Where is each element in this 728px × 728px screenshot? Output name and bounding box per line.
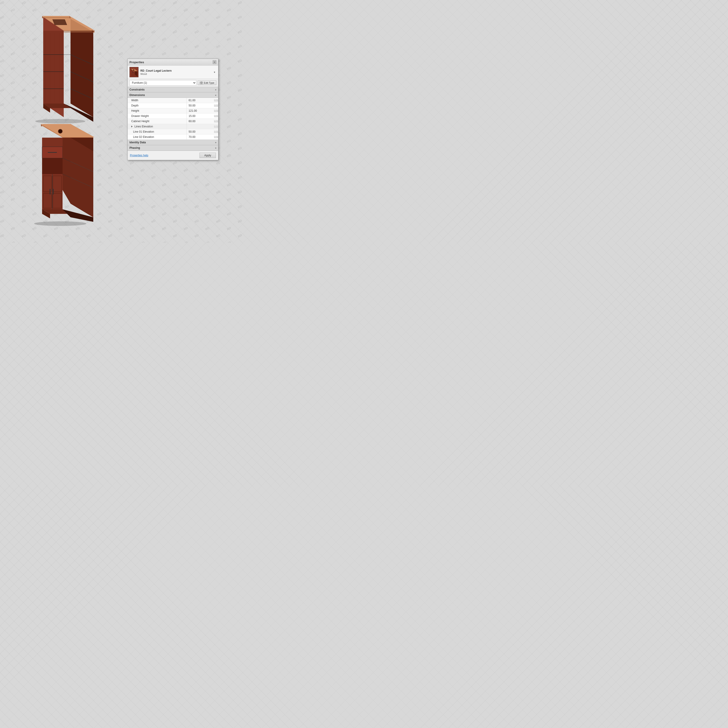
item-name: RD_Court Legal Lectern — [141, 69, 211, 73]
dimensions-label: Dimensions — [130, 93, 145, 97]
expand-icon — [131, 125, 133, 127]
svg-marker-45 — [63, 138, 93, 217]
properties-panel: Properties × RD_Court Legal Lectern Wood… — [127, 59, 219, 160]
panel-title: Properties — [130, 61, 144, 64]
cabinet-height-button[interactable]: ⬜ — [214, 120, 218, 122]
svg-marker-28 — [41, 124, 95, 137]
drawer-height-label: Drawer Height — [128, 113, 187, 119]
section-constraints[interactable]: Constraints » — [128, 87, 218, 92]
svg-rect-59 — [200, 81, 201, 83]
phasing-label: Phasing — [130, 146, 140, 150]
depth-value: 50.00 — [187, 103, 214, 108]
line01-button[interactable]: ⬜ — [214, 131, 218, 133]
item-icon — [130, 67, 139, 77]
panel-dropdown-arrow[interactable]: ▼ — [213, 70, 216, 74]
edit-type-label: Edit Type — [204, 81, 214, 84]
property-row-width: Width 61.00 ⬜ — [128, 98, 218, 103]
cabinet-height-label: Cabinet Height — [128, 119, 187, 124]
svg-rect-61 — [200, 83, 201, 84]
line01-value: 50.00 — [187, 129, 214, 134]
dimensions-collapse-icon: « — [215, 94, 216, 96]
height-label: Height — [128, 108, 187, 113]
lines-elevation-button[interactable]: ⬜ — [214, 125, 218, 128]
svg-marker-4 — [43, 31, 64, 104]
panel-footer: Properties help Apply — [128, 151, 218, 160]
section-phasing[interactable]: Phasing » — [128, 145, 218, 151]
section-dimensions[interactable]: Dimensions « — [128, 92, 218, 98]
height-value: 121.00 — [187, 108, 214, 113]
category-selector[interactable]: Furniture (1) — [130, 80, 196, 86]
cabinet-bottom-view — [25, 122, 98, 226]
line02-button[interactable]: ⬜ — [214, 136, 218, 138]
property-row-line02: Line 02 Elevation 70.00 ⬜ — [128, 135, 218, 140]
depth-button[interactable]: ⬜ — [214, 104, 218, 107]
height-button[interactable]: ⬜ — [214, 110, 218, 112]
identity-data-collapse-icon: » — [215, 141, 216, 144]
width-label: Width — [128, 98, 187, 103]
svg-marker-36 — [42, 158, 63, 174]
panel-titlebar: Properties × — [128, 59, 218, 66]
line01-label: Line 01 Elevation — [128, 129, 187, 134]
item-info: RD_Court Legal Lectern Wood — [141, 69, 211, 75]
cabinet-top-view — [25, 12, 98, 124]
identity-data-label: Identity Data — [130, 141, 146, 144]
line02-value: 70.00 — [187, 135, 214, 139]
drawer-height-value: 15.00 — [187, 113, 214, 119]
svg-marker-10 — [52, 19, 67, 25]
svg-point-25 — [34, 221, 86, 226]
svg-rect-62 — [202, 83, 203, 84]
constraints-label: Constraints — [130, 88, 145, 91]
property-row-drawer-height: Drawer Height 15.00 ⬜ — [128, 113, 218, 119]
lines-elevation-label: Lines Elevation — [128, 124, 187, 129]
line02-label: Line 02 Elevation — [128, 135, 187, 139]
svg-point-56 — [133, 70, 135, 71]
width-button[interactable]: ⬜ — [214, 99, 218, 101]
section-identity-data[interactable]: Identity Data » — [128, 140, 218, 145]
property-row-lines-elevation[interactable]: Lines Elevation ⬜ — [128, 124, 218, 129]
property-row-depth: Depth 50.00 ⬜ — [128, 103, 218, 108]
item-subname: Wood — [141, 73, 211, 75]
depth-label: Depth — [128, 103, 187, 108]
property-row-height: Height 121.00 ⬜ — [128, 108, 218, 113]
lines-elevation-value — [187, 125, 214, 127]
panel-header: RD_Court Legal Lectern Wood ▼ — [128, 66, 218, 79]
edit-type-button[interactable]: Edit Type — [198, 81, 216, 85]
close-button[interactable]: × — [213, 60, 216, 64]
svg-point-31 — [58, 130, 62, 133]
constraints-collapse-icon: » — [215, 89, 216, 91]
properties-help-link[interactable]: Properties help — [130, 154, 148, 157]
property-row-cabinet-height: Cabinet Height 60.00 ⬜ — [128, 119, 218, 124]
width-value: 61.00 — [187, 98, 214, 103]
apply-button[interactable]: Apply — [199, 153, 216, 158]
svg-rect-60 — [202, 81, 203, 83]
phasing-collapse-icon: » — [215, 147, 216, 149]
cabinet-height-value: 60.00 — [187, 119, 214, 124]
property-row-line01: Line 01 Elevation 50.00 ⬜ — [128, 129, 218, 135]
drawer-height-button[interactable]: ⬜ — [214, 115, 218, 117]
edit-type-icon — [200, 81, 203, 84]
panel-selector-row: Furniture (1) Edit Type — [128, 79, 218, 87]
